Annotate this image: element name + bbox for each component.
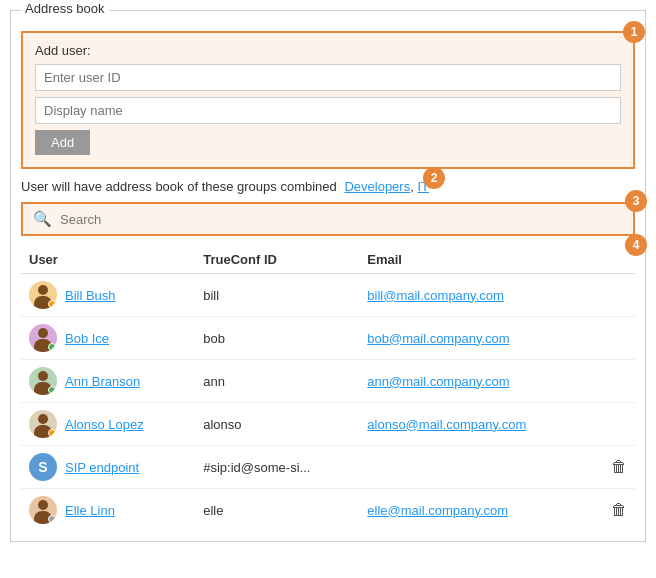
email-cell: bill@mail.company.com <box>359 274 592 317</box>
col-user: User <box>21 246 195 274</box>
user-cell: Alonso Lopez <box>21 403 195 446</box>
email-cell: ann@mail.company.com <box>359 360 592 403</box>
table-row: Alonso Lopez alonso alonso@mail.company.… <box>21 403 635 446</box>
avatar <box>29 367 57 395</box>
user-cell: Elle Linn <box>21 489 195 532</box>
badge-3: 3 <box>625 190 647 212</box>
trueconf-id-cell: bill <box>195 274 359 317</box>
user-cell: Bob Ice <box>21 317 195 360</box>
groups-wrapper: Developers, IT 2 <box>344 179 429 194</box>
badge-4: 4 <box>625 234 647 256</box>
email-cell <box>359 446 592 489</box>
groups-text: User will have address book of these gro… <box>21 179 337 194</box>
avatar: S <box>29 453 57 481</box>
user-id-input[interactable] <box>35 64 621 91</box>
email-link[interactable]: ann@mail.company.com <box>367 374 509 389</box>
avatar <box>29 324 57 352</box>
action-cell <box>592 274 635 317</box>
action-cell: 🗑 <box>592 489 635 532</box>
user-name: Elle Linn <box>65 503 115 518</box>
user-name: Bill Bush <box>65 288 116 303</box>
user-name: Bob Ice <box>65 331 109 346</box>
email-cell: elle@mail.company.com <box>359 489 592 532</box>
action-cell: 🗑 <box>592 446 635 489</box>
avatar <box>29 410 57 438</box>
trueconf-id-cell: alonso <box>195 403 359 446</box>
table-row: Ann Branson ann ann@mail.company.com <box>21 360 635 403</box>
trueconf-id-cell: ann <box>195 360 359 403</box>
avatar <box>29 281 57 309</box>
email-cell: bob@mail.company.com <box>359 317 592 360</box>
action-cell <box>592 403 635 446</box>
user-cell: Ann Branson <box>21 360 195 403</box>
table-row: Elle Linn elle elle@mail.company.com 🗑 <box>21 489 635 532</box>
avatar <box>29 496 57 524</box>
user-table: User TrueConf ID Email Bill Bush bill <box>21 246 635 531</box>
email-link[interactable]: bob@mail.company.com <box>367 331 509 346</box>
col-trueconfid: TrueConf ID <box>195 246 359 274</box>
user-name: Ann Branson <box>65 374 140 389</box>
user-name: Alonso Lopez <box>65 417 144 432</box>
table-wrapper: 4 User TrueConf ID Email Bil <box>21 246 635 531</box>
search-wrapper: 🔍 3 <box>21 202 635 236</box>
email-cell: alonso@mail.company.com <box>359 403 592 446</box>
delete-icon[interactable]: 🗑 <box>611 458 627 475</box>
table-header-row: User TrueConf ID Email <box>21 246 635 274</box>
add-button[interactable]: Add <box>35 130 90 155</box>
trueconf-id-cell: elle <box>195 489 359 532</box>
email-link[interactable]: bill@mail.company.com <box>367 288 504 303</box>
search-icon: 🔍 <box>33 210 52 228</box>
user-cell: S SIP endpoint <box>21 446 195 489</box>
add-user-section: 1 Add user: Add <box>21 31 635 169</box>
table-row: Bob Ice bob bob@mail.company.com <box>21 317 635 360</box>
display-name-input[interactable] <box>35 97 621 124</box>
action-cell <box>592 317 635 360</box>
address-book-container: Address book 1 Add user: Add User will h… <box>10 10 646 542</box>
user-table-body: Bill Bush bill bill@mail.company.com Bob… <box>21 274 635 532</box>
email-link[interactable]: elle@mail.company.com <box>367 503 508 518</box>
search-input[interactable] <box>60 212 623 227</box>
trueconf-id-cell: #sip:id@some-si... <box>195 446 359 489</box>
user-name: SIP endpoint <box>65 460 139 475</box>
group-link-developers[interactable]: Developers <box>344 179 410 194</box>
email-link[interactable]: alonso@mail.company.com <box>367 417 526 432</box>
table-row: Bill Bush bill bill@mail.company.com <box>21 274 635 317</box>
groups-line: User will have address book of these gro… <box>21 179 635 194</box>
add-user-label: Add user: <box>35 43 621 58</box>
delete-icon[interactable]: 🗑 <box>611 501 627 518</box>
col-email: Email <box>359 246 592 274</box>
badge-2: 2 <box>423 167 445 189</box>
search-section: 🔍 <box>21 202 635 236</box>
badge-1: 1 <box>623 21 645 43</box>
user-cell: Bill Bush <box>21 274 195 317</box>
trueconf-id-cell: bob <box>195 317 359 360</box>
section-title: Address book <box>21 1 109 16</box>
action-cell <box>592 360 635 403</box>
table-row: S SIP endpoint #sip:id@some-si... 🗑 <box>21 446 635 489</box>
